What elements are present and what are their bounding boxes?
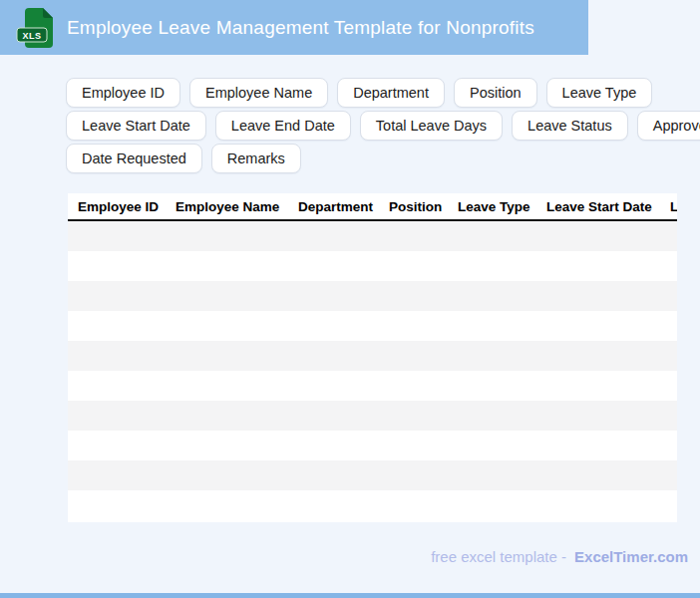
table-cell	[288, 251, 379, 281]
table-row	[68, 281, 677, 311]
column-header-department: Department	[288, 193, 379, 220]
table-cell	[288, 341, 379, 371]
page-title: Employee Leave Management Template for N…	[67, 17, 534, 39]
field-chip-leave-type[interactable]: Leave Type	[546, 78, 653, 108]
table-cell	[68, 371, 166, 401]
table-cell	[166, 341, 288, 371]
table-cell	[288, 311, 379, 341]
table-cell	[660, 431, 677, 460]
table-row	[68, 251, 677, 281]
table-cell	[166, 220, 288, 251]
table-cell	[660, 311, 677, 341]
table-cell	[68, 281, 166, 311]
table-cell	[448, 371, 536, 401]
table-cell	[536, 311, 660, 341]
table-cell	[660, 460, 677, 490]
table-cell	[68, 431, 166, 460]
table-cell	[379, 460, 448, 490]
table-cell	[288, 401, 379, 431]
chip-row-1: Employee IDEmployee NameDepartmentPositi…	[66, 78, 684, 108]
leave-table-wrap: Employee IDEmployee NameDepartmentPositi…	[68, 193, 677, 522]
field-chip-remarks[interactable]: Remarks	[211, 144, 301, 173]
field-chip-leave-end-date[interactable]: Leave End Date	[215, 111, 351, 141]
table-cell	[288, 371, 379, 401]
table-cell	[68, 341, 166, 371]
table-cell	[448, 251, 536, 281]
footer-credit-text: free excel template -	[431, 548, 566, 565]
table-cell	[68, 220, 166, 251]
table-cell	[166, 490, 288, 520]
field-chip-employee-id[interactable]: Employee ID	[66, 78, 180, 108]
footer: free excel template - ExcelTimer.com	[431, 548, 688, 565]
chip-row-3: Date RequestedRemarks	[66, 144, 684, 173]
table-cell	[288, 220, 379, 251]
table-row	[68, 460, 677, 490]
table-cell	[68, 460, 166, 490]
table-cell	[448, 401, 536, 431]
table-cell	[288, 460, 379, 490]
table-cell	[536, 251, 660, 281]
field-chip-leave-status[interactable]: Leave Status	[512, 111, 628, 141]
table-cell	[660, 341, 677, 371]
field-chips: Employee IDEmployee NameDepartmentPositi…	[66, 78, 684, 173]
field-chip-department[interactable]: Department	[337, 78, 445, 108]
column-header-position: Position	[379, 193, 448, 220]
table-cell	[68, 311, 166, 341]
column-header-employee-id: Employee ID	[68, 193, 166, 220]
table-cell	[536, 371, 660, 401]
column-header-leave-end-date: Leave End Date	[660, 193, 677, 220]
table-cell	[536, 460, 660, 490]
field-chip-date-requested[interactable]: Date Requested	[66, 144, 202, 173]
table-cell	[379, 490, 448, 520]
table-cell	[166, 251, 288, 281]
table-cell	[660, 401, 677, 431]
table-row	[68, 220, 677, 251]
field-chip-position[interactable]: Position	[454, 78, 537, 108]
brand-link[interactable]: ExcelTimer.com	[574, 548, 688, 565]
table-cell	[536, 220, 660, 251]
table-cell	[448, 431, 536, 460]
table-cell	[166, 371, 288, 401]
table-cell	[68, 401, 166, 431]
table-row	[68, 401, 677, 431]
table-row	[68, 371, 677, 401]
table-cell	[68, 251, 166, 281]
table-cell	[379, 341, 448, 371]
xls-icon-label: XLS	[22, 31, 41, 41]
table-cell	[288, 281, 379, 311]
field-chip-employee-name[interactable]: Employee Name	[189, 78, 328, 108]
table-cell	[166, 401, 288, 431]
table-cell	[448, 220, 536, 251]
table-cell	[379, 401, 448, 431]
chip-row-2: Leave Start DateLeave End DateTotal Leav…	[66, 111, 684, 141]
table-row	[68, 341, 677, 371]
xls-file-icon: XLS	[15, 6, 57, 50]
table-cell	[379, 220, 448, 251]
column-header-leave-start-date: Leave Start Date	[536, 193, 660, 220]
table-row	[68, 311, 677, 341]
table-cell	[68, 490, 166, 520]
field-chip-leave-start-date[interactable]: Leave Start Date	[66, 111, 206, 141]
table-cell	[660, 220, 677, 251]
table-cell	[379, 281, 448, 311]
table-cell	[536, 431, 660, 460]
field-chip-approver[interactable]: Approver	[637, 111, 700, 141]
column-header-employee-name: Employee Name	[166, 193, 288, 220]
column-header-leave-type: Leave Type	[448, 193, 536, 220]
table-cell	[660, 281, 677, 311]
table-cell	[166, 281, 288, 311]
table-cell	[288, 490, 379, 520]
table-head-row: Employee IDEmployee NameDepartmentPositi…	[68, 193, 677, 220]
leave-table: Employee IDEmployee NameDepartmentPositi…	[68, 193, 677, 520]
table-row	[68, 431, 677, 460]
table-cell	[536, 281, 660, 311]
table-cell	[536, 341, 660, 371]
field-chip-total-leave-days[interactable]: Total Leave Days	[360, 111, 503, 141]
table-cell	[166, 460, 288, 490]
bottom-accent-strip	[0, 593, 700, 598]
table-body	[68, 220, 677, 520]
table-cell	[536, 490, 660, 520]
table-cell	[379, 311, 448, 341]
table-cell	[448, 311, 536, 341]
table-cell	[448, 281, 536, 311]
